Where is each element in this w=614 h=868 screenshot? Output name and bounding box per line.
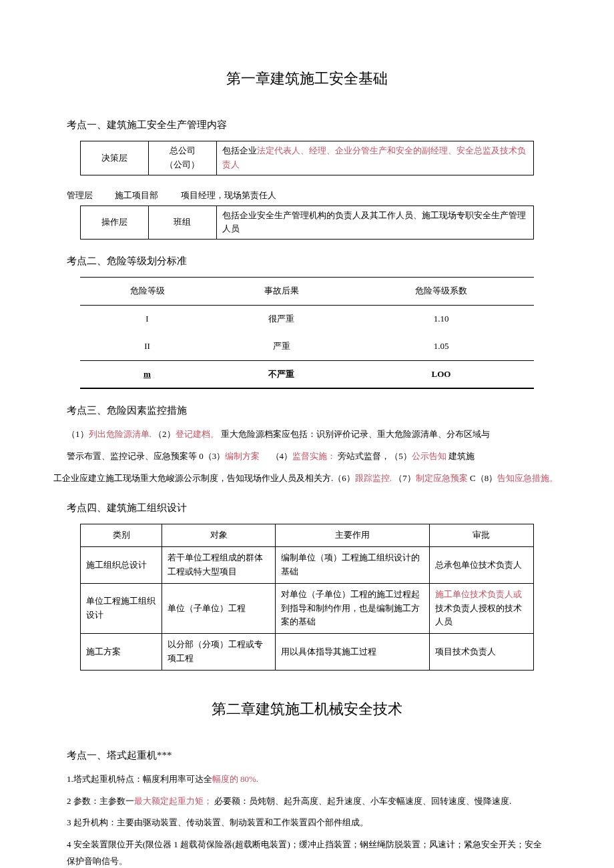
table-row: II 严重 1.05	[80, 333, 534, 360]
section-1-heading: 考点一、建筑施工安全生产管理内容	[67, 117, 574, 133]
section-3-para-3: 工企业应建立施工现场重大危峻源公示制度，告知现场作业人员及相关方.（6）跟踪监控…	[53, 470, 561, 487]
table-row: 施工组织总设计 若干单位工程组成的群体工程或特大型项目 编制单位（项）工程施工组…	[81, 547, 534, 584]
table-row: 单位工程施工组织设计 单位（子单位）工程 对单位（子单位）工程的施工过程起到指导…	[81, 583, 534, 633]
ch2-p3: 3 起升机构：主要由驱动装置、传动装置、制动装置和工作装置四个部件组成。	[67, 815, 547, 831]
table-header-row: 危险等级 事故后果 危险等级系数	[80, 278, 534, 306]
cell-layer: 决策层	[81, 141, 149, 175]
table-row: 决策层 总公司 （公司） 包括企业法定代表人、经理、企业分管生产和安全的副经理、…	[81, 141, 534, 175]
table-row: 操作层 班组 包括企业安全生产管理机构的负责人及其工作人员、施工现场专职安全生产…	[81, 205, 534, 240]
cell-layer: 操作层	[81, 205, 149, 240]
section-3-para-1: （1）列出危险源清单. （2）登记建档。 重大危险源档案应包括：识别评价记录、重…	[67, 426, 547, 443]
th-approve: 审批	[429, 524, 533, 547]
cell-org: 班组	[148, 205, 216, 240]
section-3-heading: 考点三、危险因素监控措施	[67, 402, 574, 418]
th-type: 类别	[81, 524, 162, 547]
cell-approve: 施工单位技术负责人或技术负责人授权的技术人员	[429, 583, 533, 633]
chapter-2-title: 第二章建筑施工机械安全技术	[40, 697, 574, 721]
table-risk-levels: 危险等级 事故后果 危险等级系数 I 很严重 1.10 II 严重 1.05 m…	[80, 277, 534, 389]
th-level: 危险等级	[80, 278, 214, 306]
ch2-section-1-heading: 考点一、塔式起重机***	[67, 747, 574, 763]
mid-row-text: 管理层 施工项目部 项目经理，现场第责任人	[67, 189, 574, 203]
cell-org: 总公司 （公司）	[148, 141, 216, 175]
section-2-heading: 考点二、危险等级划分标准	[67, 253, 574, 269]
table-header-row: 类别 对象 主要作用 审批	[81, 524, 534, 547]
th-coef: 危险等级系数	[348, 278, 534, 306]
chapter-1-title: 第一章建筑施工安全基础	[40, 67, 574, 90]
cell-desc: 包括企业安全生产管理机构的负责人及其工作人员、施工现场专职安全生产管理人员	[216, 205, 533, 240]
section-4-heading: 考点四、建筑施工组织设计	[67, 500, 574, 516]
ch2-p4: 4 安全装置限位开关(限位器 1 超载荷保险器(超载断电装置)；缓冲止挡装置；钢…	[67, 837, 547, 868]
table-row: I 很严重 1.10	[80, 305, 534, 332]
th-result: 事故后果	[214, 278, 348, 306]
table-row: m 不严重 LOO	[80, 360, 534, 388]
th-role: 主要作用	[275, 524, 429, 547]
th-object: 对象	[162, 524, 276, 547]
table-management-layers-bottom: 操作层 班组 包括企业安全生产管理机构的负责人及其工作人员、施工现场专职安全生产…	[80, 205, 534, 240]
ch2-p1: 1.塔式起重机特点：幅度利用率可达全幅度的 80%.	[67, 771, 547, 788]
ch2-p2: 2 参数：主参数一最大额定起重力矩； 必要额：员炖朝、起升高度、起升速度、小车变…	[67, 793, 547, 810]
table-management-layers-top: 决策层 总公司 （公司） 包括企业法定代表人、经理、企业分管生产和安全的副经理、…	[80, 141, 534, 175]
cell-desc: 包括企业法定代表人、经理、企业分管生产和安全的副经理、安全总监及技术负责人	[216, 141, 533, 175]
table-org-design: 类别 对象 主要作用 审批 施工组织总设计 若干单位工程组成的群体工程或特大型项…	[80, 524, 534, 670]
section-3-para-2: 警示布置、监控记录、应急预案等 0（3）编制方案 （4）监督实施： 旁站式监督，…	[67, 448, 547, 465]
table-row: 施工方案 以分部（分项）工程或专项工程 用以具体指导其施工过程 项目技术负责人	[81, 634, 534, 671]
